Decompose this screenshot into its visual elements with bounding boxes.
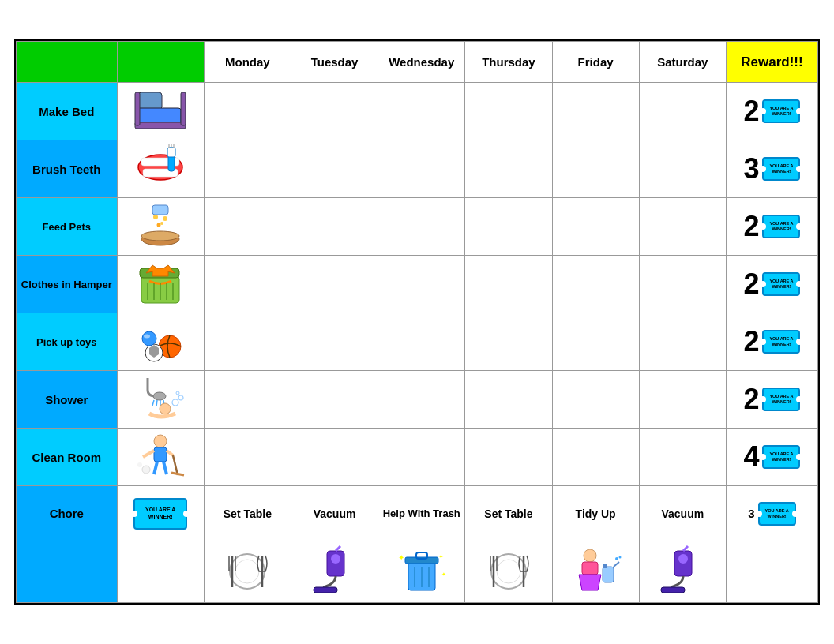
day-toys-sat[interactable] — [639, 313, 726, 371]
bottom-col-reward — [726, 541, 817, 603]
svg-point-41 — [178, 395, 183, 400]
day-makebed-tue[interactable] — [291, 83, 378, 140]
day-shower-thu[interactable] — [465, 371, 552, 429]
svg-point-83 — [615, 557, 618, 560]
day-cleanroom-tue[interactable] — [291, 429, 378, 486]
day-feedpets-mon[interactable] — [204, 198, 291, 256]
svg-point-60 — [331, 554, 340, 564]
tidyup-svg — [568, 545, 623, 596]
day-shower-wed[interactable] — [378, 371, 465, 429]
bottom-icon-vacuum1 — [291, 541, 378, 603]
ticket-makebed: YOU ARE AWINNER! — [762, 99, 800, 123]
bottom-col1 — [17, 541, 118, 603]
reward-num-clothes: 2 — [743, 268, 759, 301]
day-makebed-sat[interactable] — [639, 83, 726, 140]
row-toys: Pick up toys — [17, 313, 818, 371]
task-cleanroom: Clean Room — [17, 429, 118, 486]
day-makebed-thu[interactable] — [465, 83, 552, 140]
day-feedpets-wed[interactable] — [378, 198, 465, 256]
feedpets-svg — [132, 201, 189, 249]
day-clothes-wed[interactable] — [378, 256, 465, 313]
svg-point-43 — [154, 435, 167, 447]
day-toys-fri[interactable] — [552, 313, 639, 371]
ticket-toys: YOU ARE AWINNER! — [762, 330, 800, 354]
day-makebed-mon[interactable] — [204, 83, 291, 140]
chore-mon[interactable]: Set Table — [204, 486, 291, 541]
day-makebed-fri[interactable] — [552, 83, 639, 140]
day-clothes-fri[interactable] — [552, 256, 639, 313]
row-clothes: Clothes in Hamper — [17, 256, 818, 313]
icon-shower — [117, 371, 204, 429]
chore-sat[interactable]: Vacuum — [639, 486, 726, 541]
day-toys-wed[interactable] — [378, 313, 465, 371]
chore-tue[interactable]: Vacuum — [291, 486, 378, 541]
header-tuesday: Tuesday — [291, 42, 378, 83]
day-cleanroom-mon[interactable] — [204, 429, 291, 486]
ticket-feedpets: YOU ARE AWINNER! — [762, 215, 800, 238]
day-brushteeth-fri[interactable] — [552, 140, 639, 198]
day-makebed-wed[interactable] — [378, 83, 465, 140]
svg-point-18 — [157, 223, 161, 227]
svg-line-82 — [614, 562, 619, 567]
row-feedpets: Feed Pets — [17, 198, 818, 256]
day-shower-fri[interactable] — [552, 371, 639, 429]
day-clothes-tue[interactable] — [291, 256, 378, 313]
chore-fri[interactable]: Tidy Up — [552, 486, 639, 541]
day-shower-mon[interactable] — [204, 371, 291, 429]
trash-svg: ✦ ✦ ✦ — [394, 545, 449, 596]
svg-point-54 — [235, 560, 259, 583]
icon-brushteeth — [117, 140, 204, 198]
day-brushteeth-mon[interactable] — [204, 140, 291, 198]
svg-line-47 — [154, 462, 157, 474]
reward-shower: 2 YOU ARE AWINNER! — [726, 371, 817, 429]
reward-brushteeth: 3 YOU ARE AWINNER! — [726, 140, 817, 198]
task-feedpets: Feed Pets — [17, 198, 118, 256]
icon-feedpets — [117, 198, 204, 256]
ticket-chore-icon: YOU ARE AWINNER! — [133, 498, 187, 530]
icon-toys — [117, 313, 204, 371]
day-feedpets-fri[interactable] — [552, 198, 639, 256]
bottom-col2 — [117, 541, 204, 603]
reward-num-cleanroom: 4 — [743, 440, 759, 474]
ticket-brushteeth: YOU ARE AWINNER! — [762, 157, 800, 181]
day-cleanroom-sat[interactable] — [639, 429, 726, 486]
day-feedpets-sat[interactable] — [639, 198, 726, 256]
day-toys-mon[interactable] — [204, 313, 291, 371]
teeth-svg — [132, 144, 189, 191]
header-wednesday: Wednesday — [378, 42, 465, 83]
reward-num-feedpets: 2 — [743, 210, 759, 243]
icon-chore: YOU ARE AWINNER! — [117, 486, 204, 541]
day-feedpets-thu[interactable] — [465, 198, 552, 256]
day-brushteeth-thu[interactable] — [465, 140, 552, 198]
day-cleanroom-thu[interactable] — [465, 429, 552, 486]
svg-point-40 — [172, 399, 178, 406]
day-feedpets-tue[interactable] — [291, 198, 378, 256]
svg-point-73 — [497, 560, 520, 583]
bottom-icon-trash: ✦ ✦ ✦ — [378, 541, 465, 603]
svg-rect-79 — [582, 562, 598, 575]
day-toys-thu[interactable] — [465, 313, 552, 371]
day-toys-tue[interactable] — [291, 313, 378, 371]
day-shower-tue[interactable] — [291, 371, 378, 429]
svg-rect-3 — [135, 92, 140, 125]
day-cleanroom-fri[interactable] — [552, 429, 639, 486]
ticket-clothes: YOU ARE AWINNER! — [762, 272, 800, 296]
day-brushteeth-tue[interactable] — [291, 140, 378, 198]
svg-point-14 — [141, 231, 179, 241]
svg-rect-87 — [661, 587, 685, 593]
svg-text:✦: ✦ — [441, 571, 446, 577]
chore-thu[interactable]: Set Table — [465, 486, 552, 541]
chore-wed[interactable]: Help With Trash — [378, 486, 465, 541]
day-shower-sat[interactable] — [639, 371, 726, 429]
day-clothes-sat[interactable] — [639, 256, 726, 313]
day-clothes-thu[interactable] — [465, 256, 552, 313]
day-cleanroom-wed[interactable] — [378, 429, 465, 486]
svg-rect-2 — [135, 122, 186, 129]
day-clothes-mon[interactable] — [204, 256, 291, 313]
header-thursday: Thursday — [465, 42, 552, 83]
header-reward: Reward!!! — [726, 42, 817, 83]
day-brushteeth-sat[interactable] — [639, 140, 726, 198]
reward-toys: 2 YOU ARE AWINNER! — [726, 313, 817, 371]
day-brushteeth-wed[interactable] — [378, 140, 465, 198]
reward-chore: 3 YOU ARE AWINNER! — [726, 486, 817, 541]
